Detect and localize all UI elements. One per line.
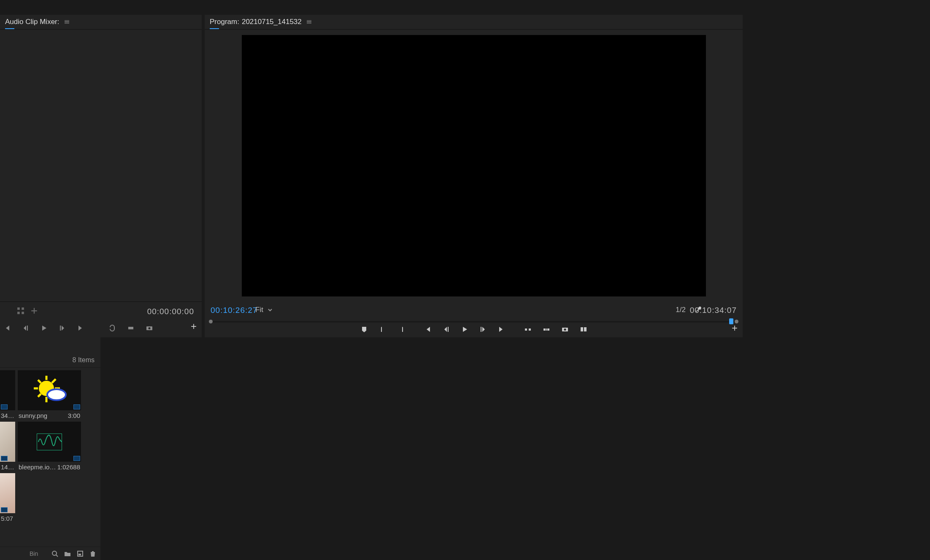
svg-line-21: [38, 380, 41, 383]
svg-rect-30: [78, 554, 81, 555]
scrub-track[interactable]: [212, 321, 735, 323]
extract-button[interactable]: [542, 325, 551, 334]
hamburger-icon[interactable]: [307, 20, 311, 24]
sequence-badge-icon: [1, 404, 8, 409]
media-card[interactable]: 5:07: [0, 473, 15, 522]
app-menubar: [0, 0, 930, 15]
go-to-out-button[interactable]: [76, 323, 86, 333]
svg-rect-4: [128, 327, 133, 329]
mark-in-button[interactable]: [378, 325, 387, 334]
new-item-icon[interactable]: [77, 550, 84, 557]
video-badge-icon: [1, 507, 8, 512]
media-card[interactable]: 34:07: [0, 370, 15, 419]
media-thumb[interactable]: [0, 473, 15, 513]
zoom-dropdown[interactable]: Fit: [255, 306, 273, 314]
svg-rect-1: [22, 307, 24, 310]
svg-rect-2: [17, 312, 20, 314]
media-card[interactable]: 14:27: [0, 422, 15, 471]
item-count: 8 Items: [73, 356, 95, 364]
grid-icon[interactable]: [17, 307, 24, 315]
scrub-start-handle[interactable]: [209, 320, 213, 323]
program-scrub-bar[interactable]: [209, 318, 738, 325]
camera-icon[interactable]: [144, 323, 154, 333]
tab-label: Audio Clip Mixer:: [5, 18, 59, 26]
go-to-in-button[interactable]: [423, 325, 432, 334]
svg-rect-15: [584, 327, 587, 331]
audio-badge-icon: [73, 456, 80, 461]
media-thumb[interactable]: [18, 422, 81, 462]
program-canvas[interactable]: [242, 35, 706, 296]
project-body[interactable]: 34:07 sunny.png3:00 14:27: [0, 368, 100, 547]
media-thumb[interactable]: [0, 422, 15, 462]
comparison-view-button[interactable]: [579, 325, 588, 334]
media-duration: 3:00: [68, 412, 80, 419]
media-duration: 14:27: [1, 463, 14, 471]
program-monitor-panel: Program: 20210715_141532 00:10:26:27 Fit…: [205, 15, 743, 337]
insert-button[interactable]: [126, 323, 136, 333]
media-name: sunny.png: [19, 412, 47, 419]
svg-rect-7: [525, 328, 527, 331]
svg-point-6: [149, 327, 151, 329]
sunny-thumb-icon: [30, 374, 68, 407]
step-forward-button[interactable]: [479, 325, 488, 334]
add-button[interactable]: +: [732, 322, 738, 334]
mixer-footer: 00:00:00:00 +: [0, 302, 202, 337]
lift-button[interactable]: [523, 325, 533, 334]
tab-program[interactable]: Program: 20210715_141532: [210, 15, 311, 29]
svg-rect-26: [37, 433, 62, 450]
mixer-timecode[interactable]: 00:00:00:00: [147, 307, 194, 316]
mixer-view-icons: [17, 307, 38, 315]
expand-icon[interactable]: [30, 307, 38, 315]
svg-rect-0: [17, 307, 20, 310]
waveform-icon: [37, 433, 62, 450]
media-thumb[interactable]: [0, 370, 15, 410]
audio-clip-mixer-panel: Audio Clip Mixer: 00:00:00:00 +: [0, 15, 202, 337]
media-duration: 5:07: [1, 515, 13, 522]
step-back-button[interactable]: [441, 325, 451, 334]
media-card[interactable]: bleepme.io – bleep …1:02688: [18, 422, 81, 471]
media-duration: 34:07: [1, 412, 14, 419]
sequence-name: 20210715_141532: [242, 18, 302, 26]
go-to-out-button[interactable]: [497, 325, 506, 334]
resolution-dropdown[interactable]: 1/2: [676, 306, 690, 314]
step-back-button[interactable]: [20, 323, 30, 333]
program-viewer[interactable]: [205, 30, 743, 302]
svg-line-28: [56, 555, 58, 557]
loop-button[interactable]: [107, 323, 117, 333]
program-controls: 00:10:26:27 Fit 1/2 00:10:34:07: [205, 302, 743, 337]
svg-line-23: [38, 394, 41, 397]
go-to-in-button[interactable]: [2, 323, 12, 333]
tab-audio-clip-mixer[interactable]: Audio Clip Mixer:: [5, 15, 69, 29]
svg-point-13: [564, 328, 566, 331]
media-duration: 1:02688: [57, 463, 80, 471]
project-header: 8 Items: [0, 337, 100, 368]
media-card[interactable]: sunny.png3:00: [18, 370, 81, 419]
resolution-label: 1/2: [676, 306, 686, 314]
tab-prefix: Program:: [210, 18, 239, 26]
program-timecode-duration[interactable]: 00:10:34:07: [690, 306, 737, 315]
add-marker-button[interactable]: [360, 325, 369, 334]
svg-rect-3: [22, 312, 24, 314]
svg-line-24: [52, 379, 56, 383]
media-thumb[interactable]: [18, 370, 81, 410]
svg-point-25: [47, 389, 66, 400]
play-button[interactable]: [460, 325, 469, 334]
program-tabbar: Program: 20210715_141532: [205, 15, 743, 30]
media-name: bleepme.io – bleep …: [19, 463, 57, 471]
project-footer: Bin: [0, 547, 100, 560]
svg-rect-10: [546, 328, 547, 331]
mixer-transport: [0, 323, 154, 333]
svg-rect-11: [547, 328, 549, 331]
hamburger-icon[interactable]: [65, 20, 69, 24]
mark-out-button[interactable]: [397, 325, 406, 334]
add-button[interactable]: +: [191, 320, 197, 332]
step-forward-button[interactable]: [57, 323, 68, 333]
svg-rect-8: [529, 328, 531, 331]
new-bin-icon[interactable]: [64, 550, 71, 557]
search-icon[interactable]: [51, 550, 58, 557]
program-timecode-current[interactable]: 00:10:26:27: [211, 306, 257, 315]
trash-icon[interactable]: [89, 550, 96, 557]
play-button[interactable]: [39, 323, 49, 333]
export-frame-button[interactable]: [560, 325, 570, 334]
svg-point-27: [52, 551, 57, 555]
